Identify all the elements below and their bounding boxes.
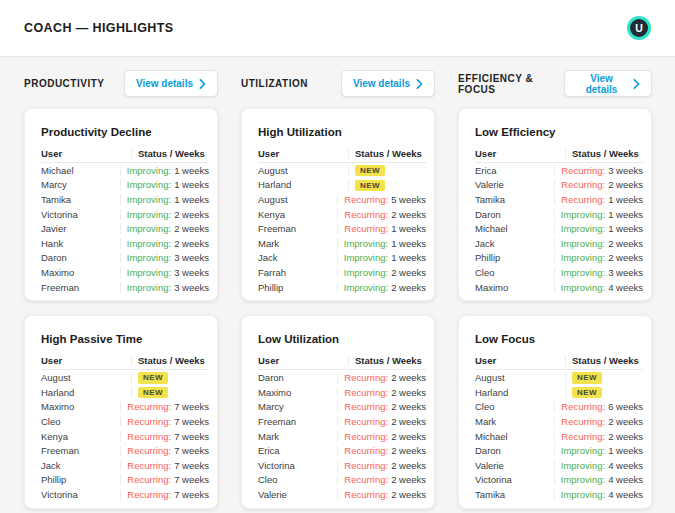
table-body: MichaelImproving:1 weeksMarcyImproving:1… [41,163,209,294]
column-header-status: Status / Weeks [348,355,426,366]
status-cell: Recurring:2 weeks [554,179,643,190]
user-name: Freeman [41,282,120,293]
weeks-value: 3 weeks [174,252,209,263]
view-details-button-efficiency-focus[interactable]: View details [564,70,652,97]
table-row: AugustNEW [258,163,426,178]
table-header-row: UserStatus / Weeks [41,147,209,163]
status-cell: Improving:1 weeks [120,179,209,190]
table-body: AugustNEWHarlandNEWAugustRecurring:5 wee… [258,163,426,294]
column-utilization: UTILIZATIONView detailsHigh UtilizationU… [241,70,435,513]
status-label: Improving: [561,489,605,500]
weeks-value: 2 weeks [391,372,426,383]
weeks-value: 2 weeks [391,401,426,412]
status-cell: Improving:2 weeks [120,209,209,220]
user-name: Freeman [258,416,337,427]
card-title: Low Focus [475,331,643,347]
status-cell: Improving:4 weeks [554,460,643,471]
status-cell: Improving:2 weeks [120,238,209,249]
table-row: CleoRecurring:6 weeks [475,400,643,415]
table-header-row: UserStatus / Weeks [258,147,426,163]
status-label: Improving: [561,223,605,234]
status-cell: Recurring:1 weeks [554,194,643,205]
status-cell: NEW [131,386,209,398]
status-label: Recurring: [344,431,388,442]
user-name: Harland [258,179,348,190]
view-details-button-productivity[interactable]: View details [124,70,218,97]
status-cell: Recurring:2 weeks [337,401,426,412]
table-row: MichaelImproving:1 weeks [41,163,209,178]
status-cell: Recurring:7 weeks [120,416,209,427]
status-cell: Recurring:5 weeks [337,194,426,205]
user-name: Maximo [41,401,120,412]
table-row: FarrahImproving:2 weeks [258,265,426,280]
user-name: Marcy [258,401,337,412]
status-label: Improving: [561,445,605,456]
top-bar: COACH — HIGHLIGHTS U [0,0,675,57]
status-cell: Improving:4 weeks [554,282,643,293]
avatar[interactable]: U [627,16,651,40]
user-name: Kenya [258,209,337,220]
user-name: Erica [475,165,554,176]
status-label: Improving: [561,460,605,471]
user-name: Daron [475,209,554,220]
table-row: HarlandNEW [258,178,426,193]
weeks-value: 2 weeks [391,267,426,278]
status-label: Improving: [561,238,605,249]
card-title: High Utilization [258,124,426,140]
table-row: JavierImproving:2 weeks [41,221,209,236]
card-title: Productivity Decline [41,124,209,140]
weeks-value: 1 weeks [391,238,426,249]
view-details-button-utilization[interactable]: View details [341,70,435,97]
table-row: AugustRecurring:5 weeks [258,192,426,207]
table-row: CleoRecurring:7 weeks [41,414,209,429]
column-header-user: User [41,355,131,366]
table-row: PhillipImproving:2 weeks [258,280,426,295]
user-name: Valerie [258,489,337,500]
weeks-value: 7 weeks [174,474,209,485]
user-name: Hank [41,238,120,249]
user-name: Kenya [41,431,120,442]
column-header-status: Status / Weeks [565,355,643,366]
status-label: Improving: [344,252,388,263]
weeks-value: 2 weeks [391,209,426,220]
user-name: Harland [475,387,565,398]
avatar-initial: U [635,22,643,34]
weeks-value: 1 weeks [608,223,643,234]
status-cell: Recurring:7 weeks [120,401,209,412]
user-name: Mark [258,431,337,442]
card-low-focus: Low FocusUserStatus / WeeksAugustNEWHarl… [458,315,652,508]
table-row: FreemanRecurring:2 weeks [258,414,426,429]
status-label: Recurring: [344,387,388,398]
status-label: Recurring: [127,401,171,412]
user-name: Maximo [258,387,337,398]
section-header-efficiency-focus: EFFICIENCY & FOCUSView details [458,70,652,97]
status-label: Recurring: [561,165,605,176]
section-title-productivity: PRODUCTIVITY [24,78,104,89]
status-label: Recurring: [127,431,171,442]
weeks-value: 6 weeks [608,401,643,412]
weeks-value: 7 weeks [174,416,209,427]
status-label: Recurring: [561,194,605,205]
weeks-value: 2 weeks [608,431,643,442]
user-name: August [258,165,348,176]
user-name: Jack [258,252,337,263]
status-label: Recurring: [127,489,171,500]
status-cell: Improving:1 weeks [120,165,209,176]
status-label: Improving: [561,474,605,485]
status-cell: Improving:1 weeks [120,194,209,205]
status-cell: Recurring:7 weeks [120,460,209,471]
table-body: AugustNEWHarlandNEWCleoRecurring:6 weeks… [475,370,643,501]
user-name: Farrah [258,267,337,278]
status-label: Improving: [561,267,605,278]
table-row: MaximoImproving:3 weeks [41,265,209,280]
status-cell: Recurring:2 weeks [337,209,426,220]
weeks-value: 2 weeks [174,223,209,234]
weeks-value: 1 weeks [608,209,643,220]
weeks-value: 4 weeks [608,489,643,500]
user-name: Javier [41,223,120,234]
table-row: MaximoRecurring:7 weeks [41,400,209,415]
table-header-row: UserStatus / Weeks [475,354,643,370]
status-cell: Improving:1 weeks [337,238,426,249]
table-row: ValerieImproving:4 weeks [475,458,643,473]
weeks-value: 3 weeks [174,282,209,293]
